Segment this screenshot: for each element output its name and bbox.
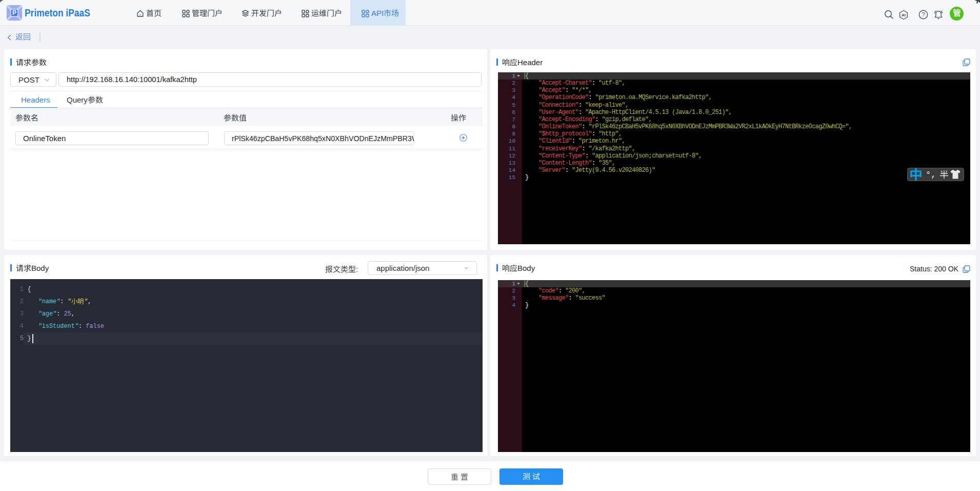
svg-text:?: ? — [922, 11, 925, 17]
svg-text:P: P — [12, 9, 16, 16]
svg-text:AI: AI — [902, 13, 906, 17]
